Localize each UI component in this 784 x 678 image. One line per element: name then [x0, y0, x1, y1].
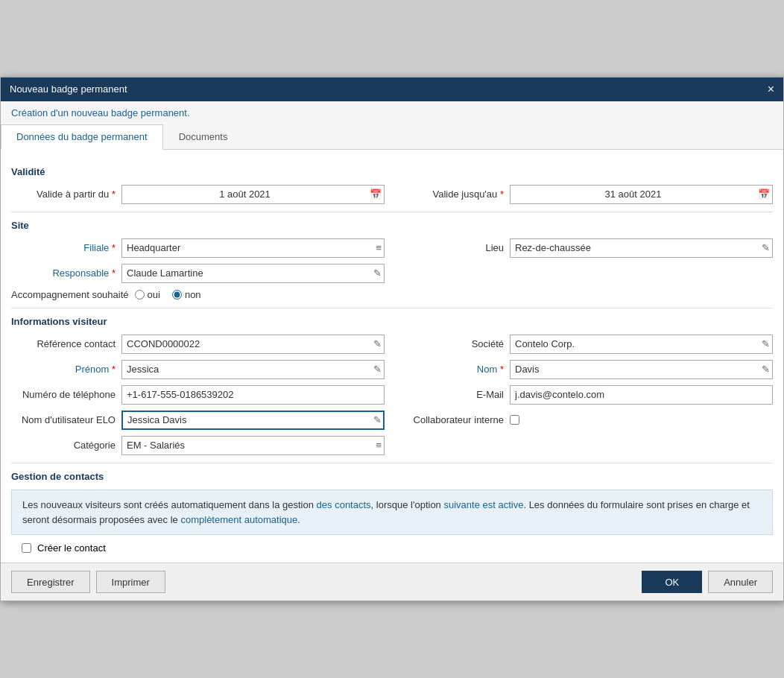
site-section-title: Site [11, 220, 773, 231]
ref-contact-input[interactable] [121, 335, 385, 354]
email-input[interactable] [510, 385, 773, 405]
radio-oui[interactable]: oui [135, 289, 160, 300]
elo-input-wrapper: ✎ [121, 411, 385, 430]
calendar-icon-2[interactable]: 📅 [758, 188, 770, 200]
email-input-wrapper [510, 385, 773, 405]
dialog-header: Nouveau badge permanent × [1, 77, 783, 101]
edit-icon-7[interactable]: ✎ [373, 414, 382, 425]
print-button[interactable]: Imprimer [96, 571, 165, 593]
edit-icon-5[interactable]: ✎ [373, 364, 382, 375]
visitor-section-title: Informations visiteur [11, 316, 773, 327]
nom-label: Nom * [399, 364, 504, 375]
telephone-label: Numéro de téléphone [11, 389, 116, 400]
create-contact-checkbox[interactable] [22, 543, 31, 553]
validity-section-title: Validité [11, 166, 773, 177]
collaborateur-checkbox[interactable] [510, 415, 519, 425]
prenom-input-wrapper: ✎ [121, 360, 385, 379]
dialog-body: Validité Valide à partir du * 📅 Valide j… [1, 150, 783, 563]
valid-from-label: Valide à partir du * [11, 188, 116, 200]
collaborateur-field: Collaborateur interne [399, 414, 773, 425]
accompagnement-label: Accompagnement souhaité [11, 289, 129, 300]
visitor-row-2: Prénom * ✎ Nom * ✎ [11, 360, 773, 379]
ref-contact-label: Référence contact [11, 338, 116, 349]
nom-field: Nom * ✎ [399, 360, 773, 379]
footer-right: OK Annuler [642, 571, 773, 593]
responsable-label: Responsable * [11, 267, 116, 279]
valid-until-input-wrapper: 📅 [510, 185, 773, 204]
create-contact-row: Créer le contact [11, 542, 773, 554]
visitor-row-4: Nom d'utilisateur ELO ✎ Collaborateur in… [11, 411, 773, 430]
societe-label: Société [399, 338, 504, 349]
categorie-field: Catégorie ≡ [11, 436, 385, 455]
footer-left: Enregistrer Imprimer [11, 571, 165, 593]
collaborateur-checkbox-wrapper [510, 415, 519, 425]
divider-3 [11, 463, 773, 463]
ref-contact-field: Référence contact ✎ [11, 335, 385, 354]
prenom-field: Prénom * ✎ [11, 360, 385, 379]
responsable-input[interactable] [121, 264, 385, 283]
valid-from-input[interactable] [121, 185, 385, 204]
collaborateur-label: Collaborateur interne [399, 414, 504, 425]
save-button[interactable]: Enregistrer [11, 571, 90, 593]
edit-icon-4[interactable]: ✎ [762, 338, 770, 349]
radio-non[interactable]: non [172, 289, 201, 300]
cancel-button[interactable]: Annuler [708, 571, 773, 593]
valid-until-field: Valide jusqu'au * 📅 [399, 185, 773, 204]
email-label: E-Mail [399, 389, 504, 400]
filiale-input-wrapper: ≡ [121, 238, 385, 258]
edit-icon-6[interactable]: ✎ [762, 364, 770, 375]
nom-input-wrapper: ✎ [510, 360, 773, 379]
visitor-row-1: Référence contact ✎ Société ✎ [11, 335, 773, 354]
list-icon[interactable]: ≡ [376, 242, 382, 253]
lieu-input-wrapper: ✎ [510, 238, 773, 258]
societe-input[interactable] [510, 335, 773, 354]
nom-input[interactable] [510, 360, 773, 379]
societe-input-wrapper: ✎ [510, 335, 773, 354]
elo-input[interactable] [121, 411, 385, 430]
edit-icon[interactable]: ✎ [762, 242, 770, 253]
filiale-field: Filiale * ≡ [11, 238, 385, 258]
categorie-input-wrapper: ≡ [121, 436, 385, 455]
lieu-field: Lieu ✎ [399, 238, 773, 258]
valid-from-field: Valide à partir du * 📅 [11, 185, 385, 204]
list-icon-2[interactable]: ≡ [376, 440, 382, 451]
site-row-3: Accompagnement souhaité oui non [11, 289, 773, 300]
ref-contact-input-wrapper: ✎ [121, 335, 385, 354]
telephone-field: Numéro de téléphone [11, 385, 385, 405]
dialog-footer: Enregistrer Imprimer OK Annuler [1, 563, 783, 601]
edit-icon-3[interactable]: ✎ [373, 338, 382, 349]
filiale-label: Filiale * [11, 242, 116, 253]
divider-2 [11, 308, 773, 308]
telephone-input-wrapper [121, 385, 385, 405]
visitor-row-3: Numéro de téléphone E-Mail [11, 385, 773, 405]
elo-label: Nom d'utilisateur ELO [11, 414, 116, 425]
tab-bar: Données du badge permanent Documents [1, 124, 783, 150]
elo-field: Nom d'utilisateur ELO ✎ [11, 411, 385, 430]
lieu-input[interactable] [510, 238, 773, 258]
close-button[interactable]: × [768, 83, 774, 95]
accompagnement-field: Accompagnement souhaité oui non [11, 289, 385, 300]
validity-row: Valide à partir du * 📅 Valide jusqu'au *… [11, 185, 773, 204]
edit-icon-2[interactable]: ✎ [373, 267, 382, 279]
contacts-section-title: Gestion de contacts [11, 471, 773, 482]
lieu-label: Lieu [399, 242, 504, 253]
societe-field: Société ✎ [399, 335, 773, 354]
valid-from-input-wrapper: 📅 [121, 185, 385, 204]
accompagnement-radio-group: oui non [135, 289, 201, 300]
ok-button[interactable]: OK [642, 571, 702, 593]
prenom-input[interactable] [121, 360, 385, 379]
divider-1 [11, 212, 773, 212]
visitor-row-5: Catégorie ≡ [11, 436, 773, 455]
contacts-info-box: Les nouveaux visiteurs sont créés automa… [11, 490, 773, 536]
dialog-title: Nouveau badge permanent [10, 83, 127, 95]
site-row-2: Responsable * ✎ [11, 264, 773, 283]
calendar-icon[interactable]: 📅 [370, 188, 382, 200]
tab-documents[interactable]: Documents [163, 124, 244, 149]
categorie-input[interactable] [121, 436, 385, 455]
tab-badge-data[interactable]: Données du badge permanent [1, 124, 163, 150]
telephone-input[interactable] [121, 385, 385, 405]
responsable-input-wrapper: ✎ [121, 264, 385, 283]
valid-until-input[interactable] [510, 185, 773, 204]
valid-until-label: Valide jusqu'au * [399, 188, 504, 200]
filiale-input[interactable] [121, 238, 385, 258]
